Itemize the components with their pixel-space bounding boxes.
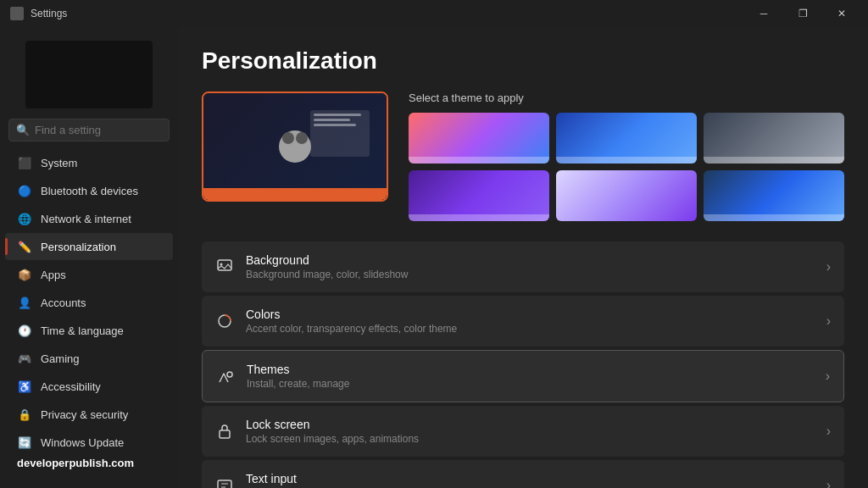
background-subtitle: Background image, color, slideshow [246,269,815,280]
personalization-icon: ✏️ [17,239,32,254]
sidebar-label-update: Windows Update [41,436,124,449]
preview-inner [203,93,387,200]
accounts-icon: 👤 [17,295,32,310]
themes-row-icon [216,367,235,385]
lockscreen-title: Lock screen [246,418,815,431]
sidebar-item-gaming[interactable]: 🎮 Gaming [5,345,173,372]
themes-title: Themes [247,363,814,376]
colors-row-text: Colors Accent color, transparency effect… [246,308,815,335]
apps-icon: 📦 [17,267,32,282]
gaming-icon: 🎮 [17,351,32,366]
settings-row-background[interactable]: Background Background image, color, slid… [202,241,844,292]
sidebar-label-system: System [41,157,77,169]
colors-chevron: › [826,313,831,329]
themes-chevron: › [826,369,830,384]
title-bar-left: Settings [10,7,67,20]
sidebar: 🔍 ⬛ System 🔵 Bluetooth & devices 🌐 Netwo… [0,27,178,488]
minimize-button[interactable]: ─ [744,0,783,27]
svg-point-1 [220,263,223,266]
settings-row-textinput[interactable]: Text input Touch keyboard, voice typing,… [202,460,844,488]
lockscreen-row-icon [215,422,234,441]
lockscreen-row-text: Lock screen Lock screen images, apps, an… [246,418,815,445]
lockscreen-chevron: › [826,424,831,439]
textinput-chevron: › [826,478,831,488]
textinput-row-icon [215,476,234,488]
sidebar-item-accounts[interactable]: 👤 Accounts [5,289,173,316]
textinput-title: Text input [246,472,815,485]
sidebar-item-system[interactable]: ⬛ System [5,149,173,176]
active-bar [5,238,8,255]
accessibility-icon: ♿ [17,379,32,394]
textinput-row-text: Text input Touch keyboard, voice typing,… [246,472,815,488]
svg-point-3 [227,372,232,377]
background-title: Background [246,253,815,267]
theme-grid [409,113,844,221]
preview-taskbar [203,188,387,200]
sidebar-item-network[interactable]: 🌐 Network & internet [5,205,173,232]
current-theme-preview [202,92,388,202]
sidebar-label-privacy: Privacy & security [41,408,128,421]
user-avatar [25,41,153,108]
search-box[interactable]: 🔍 [8,119,170,141]
sidebar-label-bluetooth: Bluetooth & devices [41,185,138,197]
sidebar-item-personalization[interactable]: ✏️ Personalization [5,233,173,260]
network-icon: 🌐 [17,211,32,226]
sidebar-item-privacy[interactable]: 🔒 Privacy & security [5,401,173,428]
sidebar-item-apps[interactable]: 📦 Apps [5,261,173,288]
background-chevron: › [826,259,831,274]
colors-row-icon [215,312,234,330]
title-bar: Settings ─ ❐ ✕ [0,0,868,27]
theme-thumb-3[interactable] [704,113,844,164]
window-controls: ─ ❐ ✕ [744,0,861,27]
close-button[interactable]: ✕ [822,0,861,27]
theme-thumb-2[interactable] [556,113,697,164]
theme-thumb-1[interactable] [409,113,549,164]
update-icon: 🔄 [17,435,32,450]
sidebar-label-apps: Apps [41,269,66,281]
theme-thumb-6[interactable] [704,170,844,221]
settings-row-themes[interactable]: Themes Install, create, manage › [202,350,844,402]
sidebar-label-accessibility: Accessibility [41,380,101,393]
page-title: Personalization [202,47,844,75]
svg-rect-4 [220,430,230,438]
sidebar-label-accounts: Accounts [41,297,86,309]
background-row-icon [215,258,234,276]
search-input[interactable] [35,124,177,136]
colors-subtitle: Accent color, transparency effects, colo… [246,323,815,335]
themes-row-text: Themes Install, create, manage [247,363,814,390]
sidebar-item-time[interactable]: 🕐 Time & language [5,317,173,344]
sidebar-item-accessibility[interactable]: ♿ Accessibility [5,373,173,400]
main-layout: 🔍 ⬛ System 🔵 Bluetooth & devices 🌐 Netwo… [0,27,868,488]
theme-section: Select a theme to apply [202,92,844,221]
app-icon [10,7,24,20]
content-area: Personalization Select [178,27,868,488]
time-icon: 🕐 [17,323,32,338]
settings-row-lockscreen[interactable]: Lock screen Lock screen images, apps, an… [202,406,844,457]
themes-subtitle: Install, create, manage [247,378,814,390]
settings-list: Background Background image, color, slid… [202,241,844,488]
theme-thumb-5[interactable] [556,170,697,221]
search-icon: 🔍 [16,124,30,136]
bluetooth-icon: 🔵 [17,183,32,198]
sidebar-item-update[interactable]: 🔄 Windows Update [5,429,173,456]
sidebar-label-personalization: Personalization [41,241,116,253]
lockscreen-subtitle: Lock screen images, apps, animations [246,433,815,445]
theme-thumb-4[interactable] [409,170,549,221]
preview-panda [279,130,311,163]
colors-title: Colors [246,308,815,321]
settings-row-colors[interactable]: Colors Accent color, transparency effect… [202,296,844,347]
sidebar-item-bluetooth[interactable]: 🔵 Bluetooth & devices [5,177,173,204]
footer-brand: developerpublish.com [17,457,134,469]
theme-grid-label: Select a theme to apply [409,92,844,104]
system-icon: ⬛ [17,155,32,170]
maximize-button[interactable]: ❐ [783,0,822,27]
sidebar-label-network: Network & internet [41,213,131,225]
sidebar-label-time: Time & language [41,324,124,337]
background-row-text: Background Background image, color, slid… [246,253,815,280]
sidebar-label-gaming: Gaming [41,352,80,365]
window-title: Settings [31,8,67,19]
preview-window [310,110,370,157]
privacy-icon: 🔒 [17,407,32,422]
theme-grid-section: Select a theme to apply [409,92,844,221]
